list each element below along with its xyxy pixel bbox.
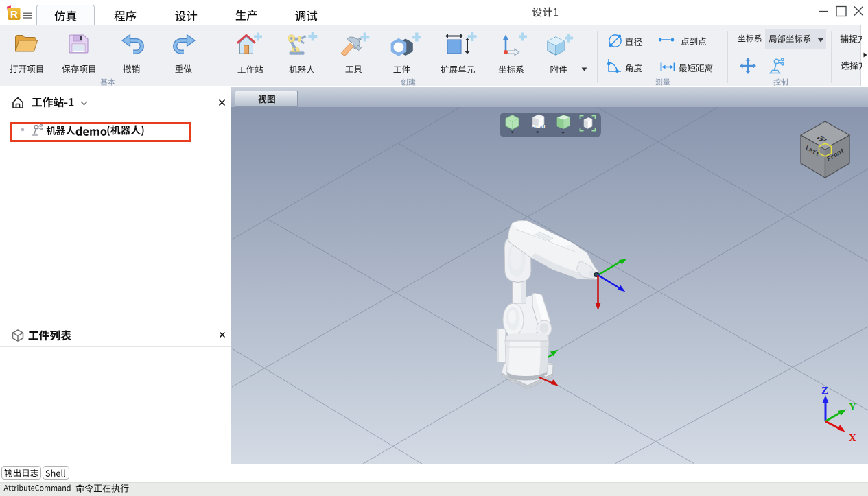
- svg-text:Z: Z: [821, 385, 828, 396]
- svg-text:R: R: [10, 8, 18, 20]
- svg-text:X: X: [849, 432, 856, 443]
- svg-text:Solid: Solid: [532, 123, 546, 130]
- svg-text:Y: Y: [849, 401, 856, 412]
